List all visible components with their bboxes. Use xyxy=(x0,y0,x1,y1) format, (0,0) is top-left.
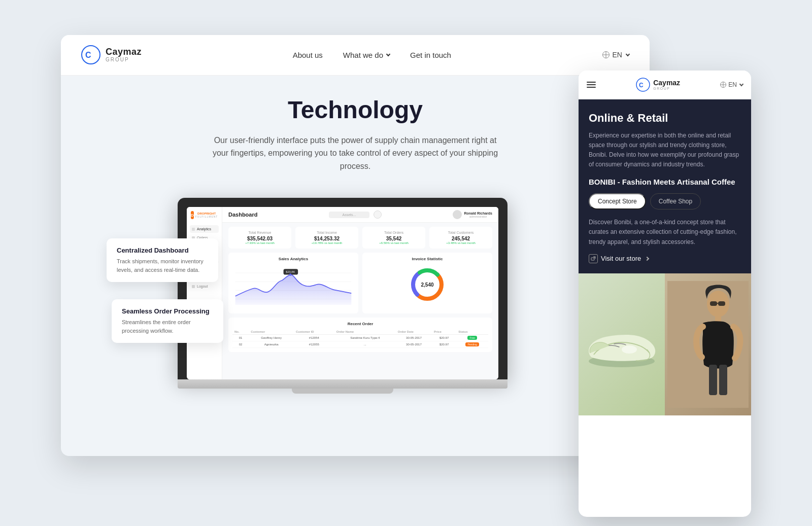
svg-rect-20 xyxy=(710,301,717,306)
laptop-area: Centralized Dashboard Track shipments, m… xyxy=(127,198,584,394)
dashboard-logo: D DROPRIGHT FULFILLMENT xyxy=(190,211,219,219)
feature-card-orders: Seamless Order Processing Streamlines th… xyxy=(112,299,223,343)
chevron-down-icon xyxy=(626,52,630,56)
chevron-down-icon xyxy=(739,82,743,86)
logo-text: Caymaz GROUP xyxy=(106,47,142,63)
nav-what-we-do[interactable]: What we do xyxy=(343,51,390,59)
mobile-logo-icon: C xyxy=(636,78,650,92)
scene: C Caymaz GROUP About us What we do Get i… xyxy=(61,35,751,492)
mobile-header: C Caymaz GROUP EN xyxy=(579,71,751,99)
tab-coffee-shop[interactable]: Coffee Shop xyxy=(650,193,701,209)
svg-rect-21 xyxy=(718,301,725,306)
dashboard-user: Ronald Richards administrator xyxy=(453,210,492,219)
dashboard-sidebar: D DROPRIGHT FULFILLMENT xyxy=(187,207,222,379)
dashboard-charts: Sales Analytics xyxy=(222,253,498,318)
logo-icon: C xyxy=(81,45,100,64)
svg-text:$23.8K: $23.8K xyxy=(286,270,295,273)
laptop-stand xyxy=(292,389,393,394)
svg-rect-25 xyxy=(719,365,727,395)
sales-chart: $23.8K xyxy=(232,264,354,305)
language-selector[interactable]: EN xyxy=(602,51,629,59)
laptop-mockup: D DROPRIGHT FULFILLMENT xyxy=(178,198,507,394)
notification-icon xyxy=(374,211,382,219)
mobile-language-selector[interactable]: EN xyxy=(720,81,743,88)
hamburger-line xyxy=(587,82,596,83)
svg-point-8 xyxy=(289,274,292,276)
svg-point-17 xyxy=(622,345,637,354)
fashion-svg xyxy=(667,281,749,408)
section-description: Our user-friendly interface puts the pow… xyxy=(208,134,502,173)
mobile-dark-section: Online & Retail Experience our expertise… xyxy=(579,99,751,273)
hamburger-line xyxy=(587,84,596,85)
chevron-right-icon xyxy=(645,257,649,261)
sneaker-image xyxy=(579,273,665,415)
main-browser-window: C Caymaz GROUP About us What we do Get i… xyxy=(61,35,650,456)
table-row: 01 Geoffrey Henry #12054 Sandrine Kuru T… xyxy=(232,335,488,341)
nav-links: About us What we do Get in touch xyxy=(293,51,451,59)
fashion-image xyxy=(665,273,751,415)
sidebar-menu-logout: Logout xyxy=(190,283,219,290)
laptop-base xyxy=(178,379,507,389)
svg-text:C: C xyxy=(85,51,91,59)
svg-rect-24 xyxy=(709,365,717,395)
dashboard-stats: Total Revenue $35,542.03 +7.93% vs last … xyxy=(222,223,498,253)
dashboard-main: Dashboard Assets... Ro xyxy=(222,207,498,379)
hamburger-line xyxy=(587,87,596,88)
mobile-product-images xyxy=(579,273,751,415)
globe-icon xyxy=(602,51,610,58)
feature-card-dashboard: Centralized Dashboard Track shipments, m… xyxy=(107,238,218,282)
table-row: 02 Agnieszka #12055 ... 30-05-2017 $20.9… xyxy=(232,341,488,348)
tab-concept-store[interactable]: Concept Store xyxy=(589,193,646,209)
svg-text:C: C xyxy=(639,82,644,89)
mobile-logo[interactable]: C Caymaz GROUP xyxy=(636,78,680,92)
main-content: Technology Our user-friendly interface p… xyxy=(61,76,650,414)
sneaker-svg xyxy=(581,317,662,372)
recent-orders: Recent Order No. Customer Customer ID xyxy=(228,318,492,352)
hamburger-menu[interactable] xyxy=(587,82,596,88)
sidebar-menu-analytics: Analytics xyxy=(190,225,219,233)
globe-icon xyxy=(720,82,726,88)
logo[interactable]: C Caymaz GROUP xyxy=(81,45,142,64)
page-title: Technology xyxy=(91,96,619,124)
mobile-panel: C Caymaz GROUP EN Online & Retail Experi… xyxy=(579,71,751,517)
chevron-down-icon xyxy=(386,52,390,56)
nav-get-in-touch[interactable]: Get in touch xyxy=(410,51,451,59)
external-link-icon xyxy=(589,254,598,263)
visit-store-link[interactable]: Visit our store xyxy=(589,254,741,263)
navigation: C Caymaz GROUP About us What we do Get i… xyxy=(61,35,650,76)
mobile-tabs: Concept Store Coffee Shop xyxy=(589,193,741,209)
nav-about[interactable]: About us xyxy=(293,51,323,59)
dashboard-screen: D DROPRIGHT FULFILLMENT xyxy=(187,207,498,379)
